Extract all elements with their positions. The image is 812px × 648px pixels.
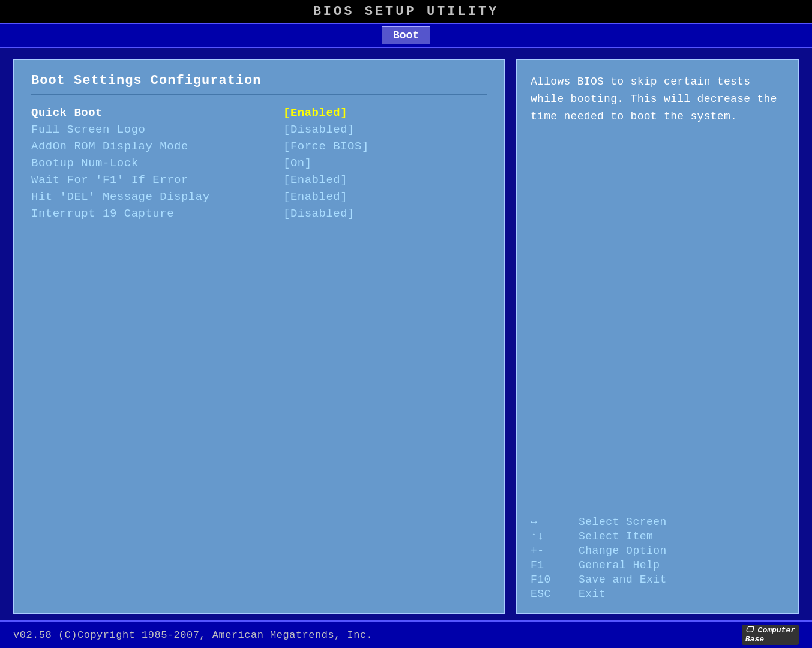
bios-title: BIOS SETUP UTILITY (313, 4, 499, 19)
setting-name-addon-rom: AddOn ROM Display Mode (31, 140, 283, 153)
setting-name-wait-f1: Wait For 'F1' If Error (31, 173, 283, 187)
keybind-f1: F1 General Help (531, 559, 784, 571)
setting-value-quick-boot: [Enabled] (283, 106, 347, 119)
watermark: 🖵 ComputerBase (742, 625, 799, 645)
bios-screen: BIOS SETUP UTILITY Boot Boot Settings Co… (0, 0, 812, 648)
keybind-esc: ESC Exit (531, 588, 784, 600)
key-f10: F10 (531, 574, 579, 586)
right-panel: Allows BIOS to skip certain tests while … (516, 59, 799, 614)
setting-row-full-screen-logo[interactable]: Full Screen Logo [Disabled] (31, 123, 487, 136)
left-panel: Boot Settings Configuration Quick Boot [… (13, 59, 505, 614)
bottom-bar: v02.58 (C)Copyright 1985-2007, American … (0, 620, 812, 648)
action-change-option: Change Option (579, 545, 667, 557)
setting-row-interrupt19[interactable]: Interrupt 19 Capture [Disabled] (31, 207, 487, 220)
top-bar: BIOS SETUP UTILITY (0, 0, 812, 23)
setting-value-interrupt19: [Disabled] (283, 207, 355, 220)
setting-value-wait-f1: [Enabled] (283, 173, 347, 187)
setting-row-wait-f1[interactable]: Wait For 'F1' If Error [Enabled] (31, 173, 487, 187)
setting-name-interrupt19: Interrupt 19 Capture (31, 207, 283, 220)
action-select-item: Select Item (579, 530, 653, 542)
tab-boot[interactable]: Boot (382, 26, 430, 44)
help-text: Allows BIOS to skip certain tests while … (531, 73, 784, 125)
setting-name-del-message: Hit 'DEL' Message Display (31, 190, 283, 203)
footer-copyright: v02.58 (C)Copyright 1985-2007, American … (13, 629, 373, 641)
section-title: Boot Settings Configuration (31, 73, 487, 88)
key-plus-minus: +- (531, 545, 579, 557)
watermark-logo: 🖵 ComputerBase (742, 625, 799, 645)
setting-name-quick-boot: Quick Boot (31, 106, 283, 119)
keybind-f10: F10 Save and Exit (531, 574, 784, 586)
setting-value-bootup-numlock: [On] (283, 157, 312, 170)
settings-table: Quick Boot [Enabled] Full Screen Logo [D… (31, 106, 487, 220)
action-select-screen: Select Screen (579, 516, 667, 528)
keybind-change-option: +- Change Option (531, 545, 784, 557)
divider (31, 94, 487, 95)
key-arrows-lr: ↔ (531, 516, 579, 528)
action-exit: Exit (579, 588, 606, 600)
setting-name-full-screen-logo: Full Screen Logo (31, 123, 283, 136)
key-f1: F1 (531, 559, 579, 571)
setting-value-addon-rom: [Force BIOS] (283, 140, 369, 153)
setting-value-del-message: [Enabled] (283, 190, 347, 203)
tab-bar: Boot (0, 23, 812, 48)
setting-value-full-screen-logo: [Disabled] (283, 123, 355, 136)
setting-row-bootup-numlock[interactable]: Bootup Num-Lock [On] (31, 157, 487, 170)
key-arrows-ud: ↑↓ (531, 530, 579, 542)
keybind-select-item: ↑↓ Select Item (531, 530, 784, 542)
setting-row-quick-boot[interactable]: Quick Boot [Enabled] (31, 106, 487, 119)
action-general-help: General Help (579, 559, 660, 571)
setting-name-bootup-numlock: Bootup Num-Lock (31, 157, 283, 170)
keybinds: ↔ Select Screen ↑↓ Select Item +- Change… (531, 516, 784, 600)
keybind-select-screen: ↔ Select Screen (531, 516, 784, 528)
setting-row-del-message[interactable]: Hit 'DEL' Message Display [Enabled] (31, 190, 487, 203)
main-content: Boot Settings Configuration Quick Boot [… (0, 48, 812, 620)
setting-row-addon-rom[interactable]: AddOn ROM Display Mode [Force BIOS] (31, 140, 487, 153)
action-save-exit: Save and Exit (579, 574, 667, 586)
key-esc: ESC (531, 588, 579, 600)
